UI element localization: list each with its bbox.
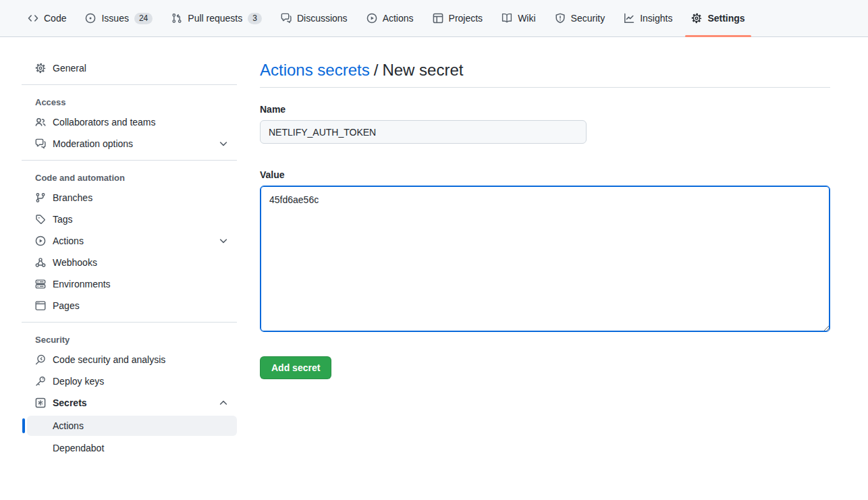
comment-discussion-icon — [35, 138, 46, 149]
people-icon — [35, 117, 46, 128]
comment-discussion-icon — [281, 13, 292, 24]
tab-label: Pull requests — [188, 13, 242, 24]
git-pull-request-icon — [171, 13, 182, 24]
server-icon — [35, 279, 46, 289]
sidebar-item-label: Secrets — [53, 397, 87, 408]
issues-count-badge: 24 — [134, 13, 153, 24]
tab-issues[interactable]: Issues 24 — [78, 0, 160, 36]
sidebar-section-title-access: Access — [27, 97, 237, 107]
gear-icon — [35, 63, 46, 74]
sidebar-item-label: Environments — [53, 279, 111, 289]
tab-code[interactable]: Code — [20, 0, 74, 36]
sidebar-item-label: Deploy keys — [53, 376, 104, 387]
value-label: Value — [260, 169, 830, 180]
heading-divider — [260, 87, 830, 88]
sidebar-item-actions[interactable]: Actions — [27, 230, 237, 252]
gear-icon — [691, 13, 702, 24]
sidebar-item-tags[interactable]: Tags — [27, 209, 237, 230]
name-label: Name — [260, 104, 830, 115]
sidebar-item-webhooks[interactable]: Webhooks — [27, 252, 237, 273]
sidebar-item-label: General — [53, 63, 86, 74]
page-title-current: New secret — [382, 61, 463, 79]
tab-wiki[interactable]: Wiki — [494, 0, 543, 36]
secret-value-textarea[interactable]: 45fd6ae56c — [260, 186, 830, 332]
play-icon — [35, 235, 46, 246]
book-icon — [501, 13, 512, 24]
tab-insights[interactable]: Insights — [616, 0, 680, 36]
tab-label: Issues — [101, 13, 128, 24]
breadcrumb: Actions secrets/New secret — [260, 60, 830, 80]
breadcrumb-separator: / — [374, 61, 379, 79]
issue-opened-icon — [85, 13, 96, 24]
chevron-down-icon — [218, 235, 229, 246]
git-branch-icon — [35, 192, 46, 203]
table-icon — [433, 13, 443, 24]
chevron-up-icon — [218, 397, 229, 408]
tab-label: Code — [44, 13, 66, 24]
code-icon — [28, 13, 38, 24]
repo-tab-bar: Code Issues 24 Pull requests 3 Discussio… — [0, 0, 868, 37]
settings-sidebar: General Access Collaborators and teams M… — [0, 37, 243, 458]
sidebar-item-label: Moderation options — [53, 138, 133, 149]
webhook-icon — [35, 257, 46, 268]
sidebar-item-branches[interactable]: Branches — [27, 187, 237, 209]
codescan-icon — [35, 354, 46, 365]
sidebar-subitem-dependabot[interactable]: Dependabot — [27, 438, 237, 458]
key-asterisk-icon — [35, 397, 46, 408]
sidebar-item-label: Code security and analysis — [53, 354, 165, 365]
graph-icon — [624, 13, 634, 24]
actions-secrets-link[interactable]: Actions secrets — [260, 61, 370, 79]
tab-label: Wiki — [518, 13, 535, 24]
browser-icon — [35, 300, 46, 311]
add-secret-button[interactable]: Add secret — [260, 356, 331, 379]
tab-actions[interactable]: Actions — [359, 0, 421, 36]
tab-label: Discussions — [297, 13, 348, 24]
tab-label: Insights — [640, 13, 672, 24]
sidebar-item-label: Pages — [53, 300, 80, 311]
sidebar-item-secrets[interactable]: Secrets — [27, 392, 237, 414]
pull-requests-count-badge: 3 — [248, 13, 262, 24]
shield-icon — [555, 13, 566, 24]
sidebar-item-moderation-options[interactable]: Moderation options — [27, 133, 237, 155]
sidebar-item-label: Actions — [53, 235, 84, 246]
active-page-indicator — [22, 418, 25, 433]
sidebar-divider — [22, 322, 237, 323]
tab-discussions[interactable]: Discussions — [273, 0, 355, 36]
sidebar-divider — [22, 160, 237, 161]
sidebar-item-general[interactable]: General — [27, 57, 237, 79]
new-secret-form: Actions secrets/New secret Name Value 45… — [243, 37, 868, 379]
sidebar-item-label: Webhooks — [53, 257, 97, 268]
sidebar-item-collaborators-and-teams[interactable]: Collaborators and teams — [27, 111, 237, 133]
tab-security[interactable]: Security — [547, 0, 613, 36]
tag-icon — [35, 214, 46, 225]
tab-label: Settings — [707, 13, 744, 24]
chevron-down-icon — [218, 138, 229, 149]
sidebar-item-deploy-keys[interactable]: Deploy keys — [27, 370, 237, 392]
tab-projects[interactable]: Projects — [425, 0, 491, 36]
tab-label: Projects — [449, 13, 483, 24]
sidebar-item-environments[interactable]: Environments — [27, 273, 237, 295]
sidebar-item-label: Collaborators and teams — [53, 117, 156, 128]
tab-label: Security — [571, 13, 605, 24]
tab-settings[interactable]: Settings — [684, 0, 752, 36]
tab-label: Actions — [383, 13, 414, 24]
sidebar-section-title-security: Security — [27, 335, 237, 345]
tab-pull-requests[interactable]: Pull requests 3 — [164, 0, 269, 36]
key-icon — [35, 376, 46, 387]
sidebar-item-label: Branches — [53, 192, 92, 203]
sidebar-subitem-label: Dependabot — [53, 443, 104, 453]
sidebar-item-code-security-and-analysis[interactable]: Code security and analysis — [27, 349, 237, 370]
sidebar-item-label: Tags — [53, 214, 73, 225]
play-icon — [367, 13, 377, 24]
sidebar-divider — [22, 84, 237, 85]
sidebar-section-title-code-and-automation: Code and automation — [27, 173, 237, 183]
sidebar-item-pages[interactable]: Pages — [27, 295, 237, 316]
secret-name-input[interactable] — [260, 120, 587, 144]
sidebar-subitem-label: Actions — [53, 420, 84, 431]
sidebar-subitem-actions[interactable]: Actions — [27, 416, 237, 436]
